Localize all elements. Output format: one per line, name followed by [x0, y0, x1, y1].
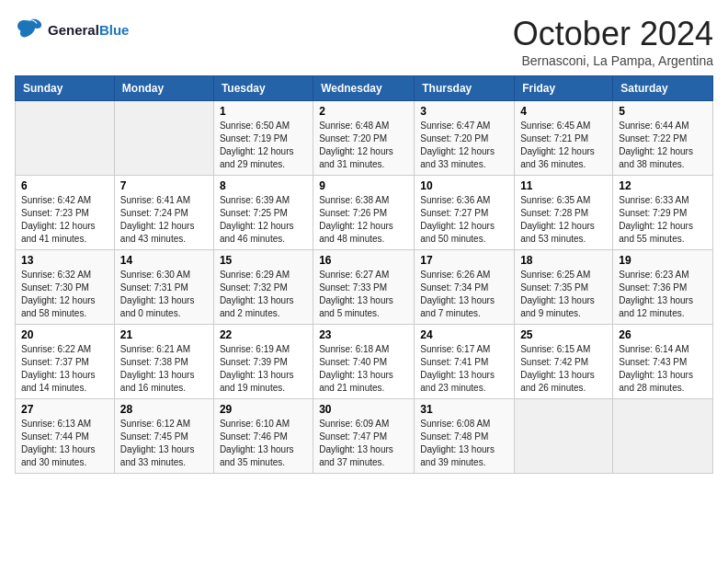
day-number: 31	[420, 403, 508, 416]
logo-text: GeneralBlue	[48, 22, 129, 38]
calendar-cell	[114, 101, 213, 176]
day-info: Sunrise: 6:25 AM Sunset: 7:35 PM Dayligh…	[520, 269, 607, 320]
title-block: October 2024 Bernasconi, La Pampa, Argen…	[513, 15, 713, 68]
day-info: Sunrise: 6:18 AM Sunset: 7:40 PM Dayligh…	[319, 343, 408, 395]
day-number: 5	[619, 105, 707, 118]
day-number: 30	[319, 403, 408, 416]
calendar-cell: 30Sunrise: 6:09 AM Sunset: 7:47 PM Dayli…	[313, 399, 415, 474]
calendar-cell: 19Sunrise: 6:23 AM Sunset: 7:36 PM Dayli…	[613, 250, 713, 325]
calendar-cell: 18Sunrise: 6:25 AM Sunset: 7:35 PM Dayli…	[515, 250, 613, 325]
calendar-cell	[613, 399, 713, 474]
calendar-cell: 24Sunrise: 6:17 AM Sunset: 7:41 PM Dayli…	[415, 325, 515, 399]
calendar-cell: 31Sunrise: 6:08 AM Sunset: 7:48 PM Dayli…	[415, 399, 515, 474]
day-info: Sunrise: 6:09 AM Sunset: 7:47 PM Dayligh…	[319, 418, 408, 469]
day-info: Sunrise: 6:50 AM Sunset: 7:19 PM Dayligh…	[220, 120, 307, 171]
day-info: Sunrise: 6:12 AM Sunset: 7:45 PM Dayligh…	[120, 418, 208, 469]
day-info: Sunrise: 6:10 AM Sunset: 7:46 PM Dayligh…	[220, 418, 307, 469]
day-number: 27	[21, 403, 108, 416]
day-info: Sunrise: 6:41 AM Sunset: 7:24 PM Dayligh…	[120, 194, 208, 246]
month-title: October 2024	[513, 15, 713, 53]
calendar-cell	[515, 399, 613, 474]
day-number: 12	[619, 179, 707, 192]
day-number: 21	[120, 328, 208, 341]
calendar-cell: 4Sunrise: 6:45 AM Sunset: 7:21 PM Daylig…	[515, 101, 613, 176]
calendar-cell: 6Sunrise: 6:42 AM Sunset: 7:23 PM Daylig…	[16, 176, 115, 250]
calendar-cell: 15Sunrise: 6:29 AM Sunset: 7:32 PM Dayli…	[213, 250, 313, 325]
calendar-cell: 21Sunrise: 6:21 AM Sunset: 7:38 PM Dayli…	[114, 325, 213, 399]
calendar-cell: 28Sunrise: 6:12 AM Sunset: 7:45 PM Dayli…	[114, 399, 213, 474]
dow-header-sunday: Sunday	[16, 76, 115, 101]
day-info: Sunrise: 6:35 AM Sunset: 7:28 PM Dayligh…	[520, 194, 607, 246]
day-info: Sunrise: 6:30 AM Sunset: 7:31 PM Dayligh…	[120, 269, 208, 320]
day-number: 24	[420, 328, 508, 341]
day-info: Sunrise: 6:14 AM Sunset: 7:43 PM Dayligh…	[619, 343, 707, 395]
day-info: Sunrise: 6:21 AM Sunset: 7:38 PM Dayligh…	[120, 343, 208, 395]
day-info: Sunrise: 6:47 AM Sunset: 7:20 PM Dayligh…	[420, 120, 508, 171]
day-info: Sunrise: 6:39 AM Sunset: 7:25 PM Dayligh…	[220, 194, 307, 246]
day-number: 10	[420, 179, 508, 192]
day-number: 6	[21, 179, 108, 192]
dow-header-thursday: Thursday	[415, 76, 515, 101]
calendar-cell: 2Sunrise: 6:48 AM Sunset: 7:20 PM Daylig…	[313, 101, 415, 176]
day-info: Sunrise: 6:19 AM Sunset: 7:39 PM Dayligh…	[220, 343, 307, 395]
calendar-cell: 13Sunrise: 6:32 AM Sunset: 7:30 PM Dayli…	[16, 250, 115, 325]
day-info: Sunrise: 6:22 AM Sunset: 7:37 PM Dayligh…	[21, 343, 108, 395]
day-number: 9	[319, 179, 408, 192]
calendar-cell: 10Sunrise: 6:36 AM Sunset: 7:27 PM Dayli…	[415, 176, 515, 250]
day-info: Sunrise: 6:27 AM Sunset: 7:33 PM Dayligh…	[319, 269, 408, 320]
calendar-cell: 25Sunrise: 6:15 AM Sunset: 7:42 PM Dayli…	[515, 325, 613, 399]
calendar-cell: 16Sunrise: 6:27 AM Sunset: 7:33 PM Dayli…	[313, 250, 415, 325]
calendar-table: SundayMondayTuesdayWednesdayThursdayFrid…	[15, 75, 713, 474]
day-number: 15	[220, 254, 307, 267]
day-number: 18	[520, 254, 607, 267]
location: Bernasconi, La Pampa, Argentina	[513, 53, 713, 68]
day-number: 8	[220, 179, 307, 192]
day-number: 3	[420, 105, 508, 118]
day-number: 2	[319, 105, 408, 118]
day-info: Sunrise: 6:17 AM Sunset: 7:41 PM Dayligh…	[420, 343, 508, 395]
calendar-cell: 12Sunrise: 6:33 AM Sunset: 7:29 PM Dayli…	[613, 176, 713, 250]
day-number: 20	[21, 328, 108, 341]
day-number: 7	[120, 179, 208, 192]
day-info: Sunrise: 6:44 AM Sunset: 7:22 PM Dayligh…	[619, 120, 707, 171]
day-number: 23	[319, 328, 408, 341]
dow-header-saturday: Saturday	[613, 76, 713, 101]
day-number: 26	[619, 328, 707, 341]
day-info: Sunrise: 6:45 AM Sunset: 7:21 PM Dayligh…	[520, 120, 607, 171]
dow-header-monday: Monday	[114, 76, 213, 101]
dow-header-friday: Friday	[515, 76, 613, 101]
day-info: Sunrise: 6:38 AM Sunset: 7:26 PM Dayligh…	[319, 194, 408, 246]
day-number: 25	[520, 328, 607, 341]
day-info: Sunrise: 6:26 AM Sunset: 7:34 PM Dayligh…	[420, 269, 508, 320]
day-number: 16	[319, 254, 408, 267]
day-number: 11	[520, 179, 607, 192]
day-number: 13	[21, 254, 108, 267]
calendar-cell: 5Sunrise: 6:44 AM Sunset: 7:22 PM Daylig…	[613, 101, 713, 176]
logo-bird-icon	[15, 15, 44, 44]
calendar-cell: 17Sunrise: 6:26 AM Sunset: 7:34 PM Dayli…	[415, 250, 515, 325]
day-number: 14	[120, 254, 208, 267]
calendar-cell: 14Sunrise: 6:30 AM Sunset: 7:31 PM Dayli…	[114, 250, 213, 325]
day-info: Sunrise: 6:36 AM Sunset: 7:27 PM Dayligh…	[420, 194, 508, 246]
day-info: Sunrise: 6:23 AM Sunset: 7:36 PM Dayligh…	[619, 269, 707, 320]
calendar-cell: 3Sunrise: 6:47 AM Sunset: 7:20 PM Daylig…	[415, 101, 515, 176]
day-number: 22	[220, 328, 307, 341]
calendar-cell	[16, 101, 115, 176]
day-number: 17	[420, 254, 508, 267]
calendar-cell: 1Sunrise: 6:50 AM Sunset: 7:19 PM Daylig…	[213, 101, 313, 176]
day-info: Sunrise: 6:32 AM Sunset: 7:30 PM Dayligh…	[21, 269, 108, 320]
day-info: Sunrise: 6:13 AM Sunset: 7:44 PM Dayligh…	[21, 418, 108, 469]
day-number: 28	[120, 403, 208, 416]
day-info: Sunrise: 6:15 AM Sunset: 7:42 PM Dayligh…	[520, 343, 607, 395]
calendar-cell: 29Sunrise: 6:10 AM Sunset: 7:46 PM Dayli…	[213, 399, 313, 474]
day-number: 4	[520, 105, 607, 118]
calendar-cell: 22Sunrise: 6:19 AM Sunset: 7:39 PM Dayli…	[213, 325, 313, 399]
calendar-cell: 20Sunrise: 6:22 AM Sunset: 7:37 PM Dayli…	[16, 325, 115, 399]
logo: GeneralBlue	[15, 15, 129, 44]
day-info: Sunrise: 6:08 AM Sunset: 7:48 PM Dayligh…	[420, 418, 508, 469]
day-info: Sunrise: 6:42 AM Sunset: 7:23 PM Dayligh…	[21, 194, 108, 246]
calendar-cell: 27Sunrise: 6:13 AM Sunset: 7:44 PM Dayli…	[16, 399, 115, 474]
calendar-cell: 23Sunrise: 6:18 AM Sunset: 7:40 PM Dayli…	[313, 325, 415, 399]
dow-header-wednesday: Wednesday	[313, 76, 415, 101]
calendar-cell: 26Sunrise: 6:14 AM Sunset: 7:43 PM Dayli…	[613, 325, 713, 399]
